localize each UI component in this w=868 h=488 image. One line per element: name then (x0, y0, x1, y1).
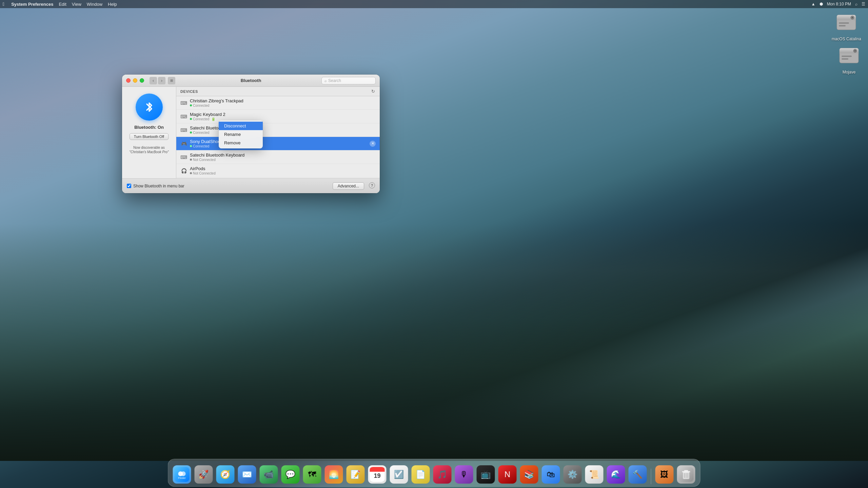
device-row-airpods[interactable]: 🎧 AirPods Not Connected (176, 164, 380, 178)
dock-news[interactable]: N (498, 465, 517, 484)
device-status-satechi-1: Connected (190, 131, 376, 135)
window-forward-button[interactable]: › (158, 77, 165, 84)
dock-stickies[interactable]: 📝 (346, 465, 366, 484)
show-bluetooth-checkbox[interactable] (127, 184, 131, 188)
trackpad-icon: ⌨ (180, 100, 187, 106)
device-row-satechi-2[interactable]: ⌨ Satechi Bluetooth Keyboard Not Connect… (176, 150, 380, 164)
help-button[interactable]: ? (369, 182, 375, 188)
xcode-icon: 🔨 (629, 465, 647, 484)
photos-icon: 🌅 (325, 465, 343, 484)
preview-icon: 🖼 (655, 465, 674, 484)
reminders-icon: ☑️ (390, 465, 408, 484)
desktop-icon-catalina[interactable]: macOS Catalina (832, 10, 861, 41)
svg-point-4 (852, 17, 853, 18)
window-search[interactable]: ⌕ Search (321, 77, 376, 84)
gamepad-icon: 🎮 (180, 140, 187, 147)
stickies-icon: 📝 (347, 465, 365, 484)
dock-tv[interactable]: 📺 (476, 465, 496, 484)
window-titlebar: ‹ › ⊞ Bluetooth ⌕ Search (122, 75, 380, 87)
dock-appstore[interactable]: 🛍 (541, 465, 561, 484)
dock-photos[interactable]: 🌅 (324, 465, 344, 484)
dock-xcode[interactable]: 🔨 (628, 465, 648, 484)
dock-trash[interactable] (676, 465, 696, 484)
status-dot-dualshock (190, 145, 192, 147)
dock-sysprefs[interactable]: ⚙️ (563, 465, 583, 484)
window-close-button[interactable] (126, 78, 131, 83)
device-info-satechi-1: Satechi Bluetooth Keyboard Connected (190, 125, 376, 135)
dock-messages[interactable]: 💬 (281, 465, 300, 484)
dock-finder[interactable]: Finder (172, 465, 192, 484)
menubar-help[interactable]: Help (108, 2, 117, 7)
device-row-dualshock[interactable]: 🎮 Sony DualShock 4 Connected ✕ (176, 137, 380, 150)
device-name-trackpad: Christian Zibreg's Trackpad (190, 98, 376, 104)
advanced-button[interactable]: Advanced... (333, 182, 364, 190)
finder-icon: Finder (173, 465, 191, 484)
menubar-edit[interactable]: Edit (59, 2, 66, 7)
window-title: Bluetooth (241, 78, 261, 83)
device-info-satechi-2: Satechi Bluetooth Keyboard Not Connected (190, 152, 376, 162)
status-dot-trackpad (190, 104, 192, 106)
bluetooth-toggle-button[interactable]: Turn Bluetooth Off (130, 133, 169, 140)
notes-icon: 📄 (412, 465, 430, 484)
device-row-satechi-1[interactable]: ⌨ Satechi Bluetooth Keyboard Connected (176, 123, 380, 137)
sequoia-icon: 🌊 (607, 465, 625, 484)
window-maximize-button[interactable] (140, 78, 144, 83)
devices-header: Devices ↻ (176, 87, 380, 96)
dock-facetime[interactable]: 📹 (259, 465, 279, 484)
dock-podcasts[interactable]: 🎙 (454, 465, 474, 484)
devices-refresh-button[interactable]: ↻ (370, 89, 376, 94)
dock-safari[interactable]: 🧭 (216, 465, 235, 484)
devices-panel: Devices ↻ ⌨ Christian Zibreg's Trackpad … (176, 87, 380, 178)
desktop-background (0, 0, 868, 488)
device-row-trackpad[interactable]: ⌨ Christian Zibreg's Trackpad Connected (176, 96, 380, 110)
menubar-left:  System Preferences Edit View Window He… (3, 1, 117, 7)
menubar-app-name[interactable]: System Preferences (11, 2, 53, 7)
device-info-dualshock: Sony DualShock 4 Connected (190, 139, 370, 148)
window-minimize-button[interactable] (133, 78, 137, 83)
device-row-magic-keyboard[interactable]: ⌨ Magic Keyboard 2 Connected 🔋 (176, 110, 380, 123)
bluetooth-sidebar: Bluetooth: On Turn Bluetooth Off Now dis… (122, 87, 176, 178)
menubar-wifi-icon: ▲ (811, 2, 815, 6)
dock-launchpad[interactable]: 🚀 (194, 465, 214, 484)
device-remove-x-button[interactable]: ✕ (370, 141, 376, 147)
menubar-bluetooth-icon[interactable]: ⬢ (820, 2, 823, 6)
svg-rect-20 (370, 470, 385, 472)
apple-menu[interactable]:  (3, 1, 4, 7)
bluetooth-icon-circle (136, 94, 163, 121)
dock-notes[interactable]: 📄 (411, 465, 431, 484)
dock-reminders[interactable]: ☑️ (389, 465, 409, 484)
dock-calendar[interactable]: 19 (368, 465, 387, 484)
bluetooth-discoverable-name: "Christian's MacBook Pro" (129, 150, 169, 154)
window-back-button[interactable]: ‹ (150, 77, 157, 84)
catalina-icon (834, 10, 859, 35)
device-status-satechi-2: Not Connected (190, 158, 376, 162)
messages-icon: 💬 (281, 465, 300, 484)
dock-scripteditor[interactable]: 📜 (585, 465, 604, 484)
svg-rect-5 (839, 22, 849, 24)
menubar-notification-icon[interactable]: ☰ (862, 2, 865, 6)
menubar-window[interactable]: Window (87, 2, 102, 7)
dock-maps[interactable]: 🗺 (302, 465, 322, 484)
scripteditor-icon: 📜 (585, 465, 604, 484)
device-info-magic-keyboard: Magic Keyboard 2 Connected 🔋 (190, 112, 376, 121)
context-menu-disconnect[interactable]: Disconnect (219, 122, 263, 130)
dock-books[interactable]: 📚 (519, 465, 539, 484)
dock-mail[interactable]: ✉️ (237, 465, 257, 484)
desktop-icon-mojave[interactable]: Mojave (837, 43, 861, 75)
menubar-view[interactable]: View (72, 2, 81, 7)
dock-preview[interactable]: 🖼 (655, 465, 674, 484)
svg-text:19: 19 (374, 472, 380, 479)
context-menu-remove[interactable]: Remove (219, 139, 263, 147)
device-name-dualshock: Sony DualShock 4 (190, 139, 370, 144)
window-grid-button[interactable]: ⊞ (168, 77, 175, 84)
svg-rect-12 (842, 56, 852, 57)
context-menu-rename[interactable]: Rename (219, 130, 263, 139)
dock-sequoia[interactable]: 🌊 (606, 465, 626, 484)
dock-music[interactable]: 🎵 (433, 465, 452, 484)
svg-rect-6 (839, 25, 846, 26)
svg-rect-25 (684, 470, 688, 471)
show-bluetooth-checkbox-label[interactable]: Show Bluetooth in menu bar (127, 184, 184, 188)
mail-icon: ✉️ (238, 465, 256, 484)
facetime-icon: 📹 (260, 465, 278, 484)
menubar-search-icon[interactable]: ⌕ (855, 2, 857, 6)
